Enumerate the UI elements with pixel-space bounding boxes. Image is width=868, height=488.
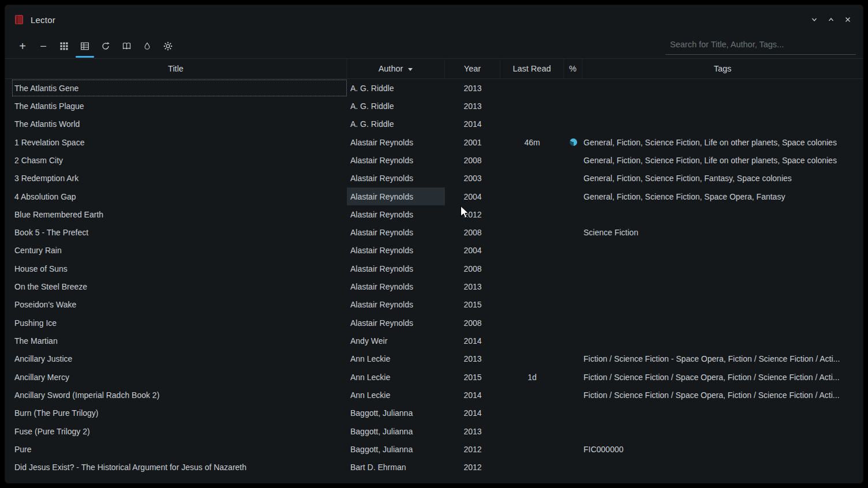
table-view-button[interactable] (74, 37, 95, 55)
table-row[interactable]: The MartianAndy Weir2014 (5, 332, 863, 350)
cell-year[interactable]: 2008 (445, 151, 500, 169)
cell-percent[interactable] (564, 350, 582, 368)
table-row[interactable]: House of SunsAlastair Reynolds2008 (5, 260, 863, 277)
cell-author[interactable]: Alastair Reynolds (347, 133, 445, 151)
cell-last-read[interactable] (500, 224, 564, 242)
cell-year[interactable]: 2013 (445, 422, 500, 440)
cell-title[interactable]: The Atlantis Plague (5, 97, 347, 115)
cell-title[interactable]: 3 Redemption Ark (5, 170, 347, 187)
cell-title[interactable]: 2 Chasm City (5, 151, 347, 169)
cell-last-read[interactable] (500, 187, 564, 205)
cell-year[interactable]: 2013 (445, 97, 500, 115)
cell-last-read[interactable] (500, 242, 564, 260)
cell-last-read[interactable] (500, 79, 564, 97)
remove-book-button[interactable]: − (33, 37, 54, 55)
table-row[interactable]: Pushing IceAlastair Reynolds2008 (5, 314, 863, 332)
cell-last-read[interactable] (500, 97, 564, 115)
table-row[interactable]: Ancillary MercyAnn Leckie20151dFiction /… (5, 368, 863, 386)
cell-year[interactable]: 2008 (445, 260, 500, 277)
table-row[interactable]: Poseidon's WakeAlastair Reynolds2015 (5, 296, 863, 314)
cell-title[interactable]: The Atlantis World (5, 115, 347, 133)
add-book-button[interactable]: + (12, 37, 33, 55)
cell-title[interactable]: Poseidon's Wake (5, 296, 347, 314)
cell-tags[interactable]: General, Fiction, Science Fiction, Fanta… (582, 170, 863, 187)
table-row[interactable]: Century RainAlastair Reynolds2004 (5, 242, 863, 260)
cell-title[interactable]: Did Jesus Exist? - The Historical Argume… (5, 459, 347, 476)
cell-percent[interactable] (564, 260, 582, 277)
cell-year[interactable]: 2014 (445, 332, 500, 350)
cell-author[interactable]: Alastair Reynolds (347, 242, 445, 260)
window-shade-button[interactable] (809, 14, 820, 25)
cell-percent[interactable] (564, 422, 582, 440)
table-row[interactable]: Ancillary JusticeAnn Leckie2013Fiction /… (5, 350, 863, 368)
column-header-title[interactable]: Title (5, 59, 347, 78)
cell-percent[interactable] (564, 368, 582, 386)
cell-author[interactable]: Alastair Reynolds (347, 277, 445, 295)
cell-last-read[interactable] (500, 115, 564, 133)
table-row[interactable]: Did Jesus Exist? - The Historical Argume… (5, 459, 863, 476)
titlebar[interactable]: Lector (5, 5, 863, 34)
cell-title[interactable]: Ancillary Justice (5, 350, 347, 368)
cell-percent[interactable] (564, 224, 582, 242)
cell-year[interactable]: 2008 (445, 224, 500, 242)
table-row[interactable]: The Atlantis GeneA. G. Riddle2013 (5, 79, 863, 97)
cell-tags[interactable] (582, 296, 863, 314)
cell-tags[interactable]: Fiction / Science Fiction / Space Opera,… (582, 368, 863, 386)
cell-author[interactable]: Baggott, Julianna (347, 422, 445, 440)
cell-tags[interactable] (582, 277, 863, 295)
cell-title[interactable]: 4 Absolution Gap (5, 187, 347, 205)
cell-year[interactable]: 2014 (445, 386, 500, 404)
table-row[interactable]: 3 Redemption ArkAlastair Reynolds2003Gen… (5, 170, 863, 187)
cell-author[interactable]: Baggott, Julianna (347, 440, 445, 458)
cell-author[interactable]: Alastair Reynolds (347, 296, 445, 314)
cell-tags[interactable]: General, Fiction, Science Fiction, Life … (582, 151, 863, 169)
cell-tags[interactable]: FIC000000 (582, 440, 863, 458)
table-row[interactable]: Fuse (Pure Trilogy 2)Baggott, Julianna20… (5, 422, 863, 440)
search-input[interactable] (665, 37, 856, 55)
cell-tags[interactable] (582, 459, 863, 476)
cell-author[interactable]: Ann Leckie (347, 368, 445, 386)
cell-author[interactable]: Alastair Reynolds (347, 224, 445, 242)
table-row[interactable]: Book 5 - The PrefectAlastair Reynolds200… (5, 224, 863, 242)
cell-tags[interactable] (582, 260, 863, 277)
cell-author[interactable]: Alastair Reynolds (347, 260, 445, 277)
cell-title[interactable]: Ancillary Mercy (5, 368, 347, 386)
cell-author[interactable]: Baggott, Julianna (347, 404, 445, 422)
table-row[interactable]: Ancillary Sword (Imperial Radch Book 2)A… (5, 386, 863, 404)
cell-percent[interactable] (564, 386, 582, 404)
cell-author[interactable]: Ann Leckie (347, 350, 445, 368)
cell-title[interactable]: Blue Remembered Earth (5, 205, 347, 223)
cell-year[interactable]: 2013 (445, 277, 500, 295)
cell-title[interactable]: Burn (The Pure Trilogy) (5, 404, 347, 422)
cell-title[interactable]: House of Suns (5, 260, 347, 277)
cell-tags[interactable] (582, 79, 863, 97)
cell-tags[interactable] (582, 242, 863, 260)
cell-percent[interactable] (564, 97, 582, 115)
cell-year[interactable]: 2001 (445, 133, 500, 151)
cell-last-read[interactable] (500, 296, 564, 314)
table-row[interactable]: 2 Chasm CityAlastair Reynolds2008General… (5, 151, 863, 169)
cell-author[interactable]: Ann Leckie (347, 386, 445, 404)
column-header-year[interactable]: Year (445, 59, 500, 78)
cell-last-read[interactable] (500, 277, 564, 295)
cell-year[interactable]: 2015 (445, 296, 500, 314)
window-close-button[interactable] (842, 14, 854, 25)
cell-last-read[interactable] (500, 260, 564, 277)
cell-percent[interactable] (564, 115, 582, 133)
cell-percent[interactable] (564, 459, 582, 476)
cell-year[interactable]: 2015 (445, 368, 500, 386)
cell-last-read[interactable] (500, 404, 564, 422)
cell-percent[interactable] (564, 151, 582, 169)
cell-year[interactable]: 2013 (445, 350, 500, 368)
cell-tags[interactable] (582, 422, 863, 440)
cover-view-button[interactable] (54, 37, 74, 55)
cell-author[interactable]: Alastair Reynolds (347, 170, 445, 187)
cell-last-read[interactable] (500, 151, 564, 169)
cell-percent[interactable] (564, 205, 582, 223)
cell-tags[interactable] (582, 332, 863, 350)
cell-percent[interactable] (564, 404, 582, 422)
cell-author[interactable]: A. G. Riddle (347, 79, 445, 97)
cell-tags[interactable]: Fiction / Science Fiction - Space Opera,… (582, 350, 863, 368)
column-header-last-read[interactable]: Last Read (500, 59, 564, 78)
cell-title[interactable]: The Atlantis Gene (5, 79, 347, 97)
